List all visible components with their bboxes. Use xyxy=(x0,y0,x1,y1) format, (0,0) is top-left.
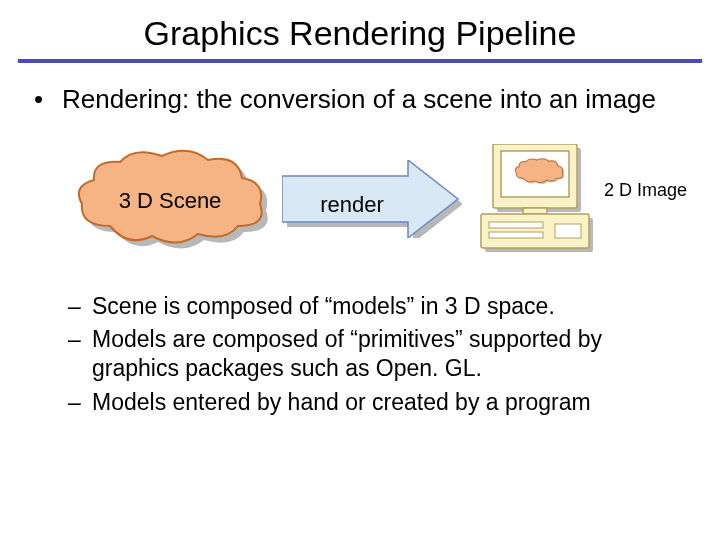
list-item: – Models are composed of “primitives” su… xyxy=(68,325,690,384)
dash-icon: – xyxy=(68,388,92,417)
list-item-text: Scene is composed of “models” in 3 D spa… xyxy=(92,292,690,321)
list-item: – Models entered by hand or created by a… xyxy=(68,388,690,417)
render-arrow: render xyxy=(282,160,462,238)
pipeline-diagram: 3 D Scene render xyxy=(30,142,690,262)
render-arrow-label: render xyxy=(282,192,422,218)
slide-title: Graphics Rendering Pipeline xyxy=(0,0,720,59)
dash-icon: – xyxy=(68,325,92,384)
svg-rect-10 xyxy=(555,224,581,238)
main-bullet: • Rendering: the conversion of a scene i… xyxy=(30,83,690,116)
list-item-text: Models entered by hand or created by a p… xyxy=(92,388,690,417)
svg-rect-6 xyxy=(523,208,547,214)
sub-bullet-list: – Scene is composed of “models” in 3 D s… xyxy=(30,292,690,418)
bullet-dot-icon: • xyxy=(30,83,62,116)
computer-output xyxy=(475,144,595,260)
scene-cloud: 3 D Scene xyxy=(70,148,270,252)
list-item: – Scene is composed of “models” in 3 D s… xyxy=(68,292,690,321)
svg-rect-8 xyxy=(489,222,543,228)
scene-cloud-label: 3 D Scene xyxy=(70,188,270,214)
slide-content: • Rendering: the conversion of a scene i… xyxy=(0,63,720,417)
dash-icon: – xyxy=(68,292,92,321)
output-image-label: 2 D Image xyxy=(604,180,687,201)
list-item-text: Models are composed of “primitives” supp… xyxy=(92,325,690,384)
computer-icon xyxy=(475,144,595,260)
svg-rect-9 xyxy=(489,232,543,238)
main-bullet-text: Rendering: the conversion of a scene int… xyxy=(62,83,690,116)
